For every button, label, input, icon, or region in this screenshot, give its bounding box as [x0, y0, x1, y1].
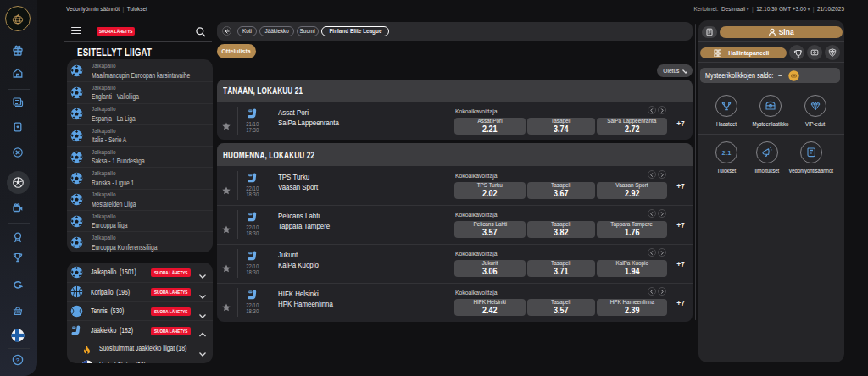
svg-text:?: ? — [16, 357, 20, 364]
svg-text:2:1: 2:1 — [722, 149, 732, 157]
